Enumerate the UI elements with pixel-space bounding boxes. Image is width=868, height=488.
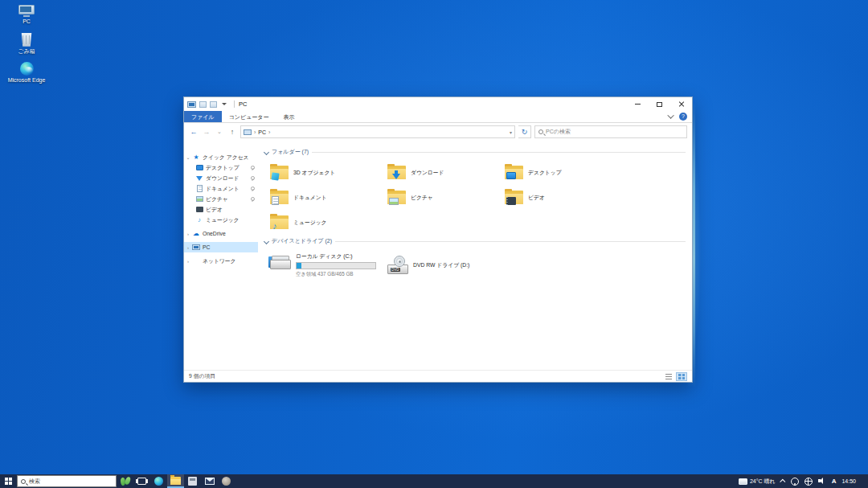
- tab-computer[interactable]: コンピューター: [222, 111, 276, 122]
- tab-view[interactable]: 表示: [276, 111, 301, 122]
- taskbar: 検索 24°C 晴れ A 14:50: [0, 474, 868, 488]
- folder-tile-desktop[interactable]: デスクトップ: [502, 160, 620, 185]
- pin-icon: [250, 197, 254, 201]
- refresh-button[interactable]: ↻: [518, 125, 531, 138]
- sidebar-item-desktop[interactable]: デスクトップ: [184, 162, 258, 173]
- qat-properties-icon[interactable]: [199, 101, 207, 108]
- back-button[interactable]: ←: [189, 127, 199, 137]
- folder-tile-3d-objects[interactable]: 3D オブジェクト: [268, 160, 385, 185]
- up-button[interactable]: ↑: [227, 127, 237, 137]
- start-button[interactable]: [0, 474, 17, 488]
- sidebar-item-music[interactable]: ♪ ミュージック: [184, 215, 258, 225]
- window-body: ⌄ ★ クイック アクセス デスクトップ ダウンロード ドキュメント: [184, 141, 692, 370]
- drive-tile-local-disk-c[interactable]: ローカル ディスク (C:) 空き領域 437 GB/465 GB: [268, 250, 385, 280]
- volume-tray-icon[interactable]: [818, 478, 826, 486]
- sidebar-item-pictures[interactable]: ピクチャ: [184, 194, 258, 204]
- taskbar-search-box[interactable]: 検索: [17, 475, 117, 487]
- qat-customize-chevron-icon[interactable]: [222, 103, 227, 105]
- recycle-bin-icon: [21, 33, 33, 47]
- taskbar-edge-button[interactable]: [150, 474, 167, 488]
- clock[interactable]: 14:50: [841, 478, 856, 484]
- desktop-icon-label: PC: [23, 18, 31, 25]
- desktop-icon-pc[interactable]: PC: [5, 5, 48, 25]
- group-header-folders[interactable]: フォルダー (7): [263, 147, 686, 157]
- help-button[interactable]: [679, 113, 687, 121]
- qat-new-folder-icon[interactable]: [210, 101, 217, 108]
- maximize-button[interactable]: [649, 97, 670, 111]
- sidebar-item-videos[interactable]: ビデオ: [184, 204, 258, 215]
- expander-chevron-icon[interactable]: ⌄: [184, 154, 192, 160]
- weather-text: 24°C 晴れ: [750, 478, 776, 486]
- sidebar-item-onedrive[interactable]: › ☁ OneDrive: [184, 228, 258, 239]
- security-tray-icon[interactable]: [791, 478, 799, 486]
- breadcrumb-location[interactable]: PC: [258, 129, 266, 135]
- desktop-icon-recycle-bin[interactable]: ごみ箱: [5, 33, 48, 55]
- taskbar-app-button[interactable]: [218, 474, 235, 488]
- taskbar-explorer-button[interactable]: [167, 474, 184, 488]
- desktop: PC ごみ箱 Microsoft Edge PC: [0, 0, 868, 488]
- drive-tile-dvd-rw-d[interactable]: DVD DVD RW ドライブ (D:): [385, 250, 502, 280]
- address-bar[interactable]: › PC › ▾: [240, 125, 515, 138]
- expander-chevron-icon[interactable]: ›: [184, 232, 192, 236]
- breadcrumb-pc-icon: [244, 129, 252, 135]
- pin-icon: [250, 176, 254, 180]
- folder-tile-pictures[interactable]: ピクチャ: [385, 185, 502, 210]
- sidebar-item-network[interactable]: › ネットワーク: [184, 256, 258, 266]
- drive-name: DVD RW ドライブ (D:): [413, 261, 469, 269]
- address-dropdown-chevron-icon[interactable]: ▾: [510, 129, 512, 135]
- task-view-button[interactable]: [133, 474, 150, 488]
- group-collapse-chevron-icon: [264, 149, 269, 154]
- group-header-devices[interactable]: デバイスとドライブ (2): [263, 236, 686, 246]
- pin-icon: [250, 187, 254, 191]
- network-icon: [192, 257, 200, 265]
- group-divider: [312, 152, 686, 153]
- hard-drive-icon: [270, 252, 291, 269]
- close-button[interactable]: [670, 97, 692, 111]
- task-view-icon: [137, 478, 146, 485]
- sidebar-item-documents[interactable]: ドキュメント: [184, 183, 258, 194]
- windows-logo-icon: [5, 478, 12, 485]
- recent-locations-chevron-icon[interactable]: ⌄: [215, 127, 224, 137]
- forward-button[interactable]: →: [202, 127, 211, 137]
- capacity-bar-fill: [297, 263, 301, 269]
- details-view-button[interactable]: [663, 372, 674, 381]
- ribbon-collapse-chevron-icon[interactable]: [667, 112, 674, 118]
- folder-name: 3D オブジェクト: [293, 169, 335, 177]
- sidebar-item-quick-access[interactable]: ⌄ ★ クイック アクセス: [184, 152, 258, 162]
- folders-grid: 3D オブジェクト ダウンロード デスクトップ ドキュメント: [268, 160, 686, 235]
- taskbar-store-button[interactable]: [184, 474, 201, 488]
- sidebar-item-downloads[interactable]: ダウンロード: [184, 173, 258, 183]
- group-title: デバイスとドライブ (2): [272, 237, 332, 245]
- expander-chevron-icon[interactable]: ›: [184, 245, 192, 250]
- close-icon: [678, 101, 685, 108]
- pin-icon: [250, 166, 254, 170]
- taskbar-mail-button[interactable]: [201, 474, 218, 488]
- folder-tile-documents[interactable]: ドキュメント: [268, 185, 385, 210]
- desktop-icon-edge[interactable]: Microsoft Edge: [5, 62, 48, 84]
- folder-tile-music[interactable]: ♪ ミュージック: [268, 210, 385, 235]
- tab-file[interactable]: ファイル: [184, 111, 222, 122]
- window-pc-icon: [187, 101, 196, 108]
- sidebar-item-label: ドキュメント: [206, 185, 240, 193]
- details-view-icon: [665, 374, 672, 379]
- thumbnails-view-button[interactable]: [676, 372, 687, 381]
- title-bar: PC: [184, 97, 692, 111]
- search-box[interactable]: PCの検索: [534, 125, 687, 138]
- sidebar-item-pc[interactable]: › PC: [184, 242, 258, 252]
- videos-emblem-icon: [506, 197, 516, 205]
- weather-widget-icon: [120, 477, 131, 486]
- pictures-icon: [195, 195, 203, 203]
- ime-mode-indicator[interactable]: A: [832, 478, 837, 485]
- group-collapse-chevron-icon: [264, 238, 269, 244]
- expander-chevron-icon[interactable]: ›: [184, 259, 192, 264]
- onedrive-icon: ☁: [192, 230, 200, 237]
- news-and-interests-button[interactable]: [117, 474, 133, 488]
- weather-status[interactable]: 24°C 晴れ: [739, 478, 776, 486]
- hidden-icons-chevron-icon[interactable]: [780, 479, 785, 485]
- folder-tile-videos[interactable]: ビデオ: [502, 185, 620, 210]
- network-tray-icon[interactable]: [805, 478, 813, 486]
- folder-tile-downloads[interactable]: ダウンロード: [385, 160, 502, 185]
- explorer-window: PC ファイル コンピューター 表示 ← → ⌄ ↑ › PC: [183, 96, 693, 383]
- minimize-button[interactable]: [627, 97, 649, 111]
- drive-free-space: 空き領域 437 GB/465 GB: [296, 271, 376, 278]
